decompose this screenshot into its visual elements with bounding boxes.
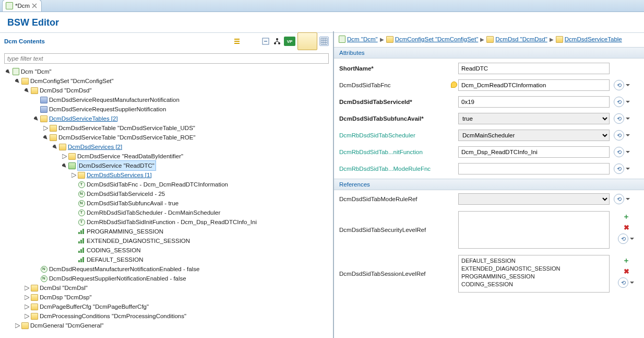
tree-item-svc-rdbi[interactable]: DcmDsdService "ReadDataByIdentifier" xyxy=(62,151,329,161)
tree-item-svc-readdtc[interactable]: DcmDsdService "ReadDTC" xyxy=(62,161,329,170)
reset-icon[interactable]: ⟲ xyxy=(614,164,624,174)
breadcrumb-link[interactable]: DcmDsd "DcmDsd" xyxy=(495,36,547,42)
tree-item-param[interactable]: NDcmDsdRequestSupplierNotificationEnable… xyxy=(33,274,329,283)
reset-icon[interactable]: ⟲ xyxy=(614,97,624,107)
tree-item-dsl[interactable]: DcmDsl "DcmDsl" xyxy=(24,283,329,293)
module-icon xyxy=(339,36,345,43)
breadcrumb-link[interactable]: DcmConfigSet "DcmConfigSet" xyxy=(395,36,479,42)
collapse-icon[interactable] xyxy=(24,295,29,300)
expand-icon[interactable] xyxy=(52,144,57,149)
tree-item-param[interactable]: TDcmRbDsdSidTabSidInitFunction - Dcm_Dsp… xyxy=(71,217,329,227)
expand-icon[interactable] xyxy=(62,163,67,168)
tree-item-dsd[interactable]: DcmDsd "DcmDsd" xyxy=(24,86,329,95)
tree-item-svc-table-roe[interactable]: DcmDsdServiceTable "DcmDsdServiceTable_R… xyxy=(43,133,329,142)
moderuleref-select[interactable] xyxy=(458,193,610,205)
chevron-down-icon[interactable] xyxy=(625,148,630,156)
tree-item-services[interactable]: DcmDsdServices [2] xyxy=(52,142,329,151)
form-view-icon[interactable] xyxy=(297,32,317,50)
tree-item-mfr-notif[interactable]: DcmDsdServiceRequestManufacturerNotifica… xyxy=(33,95,329,104)
delete-icon[interactable]: ✖ xyxy=(624,267,629,275)
breadcrumb-link[interactable]: DcmDsdServiceTable xyxy=(565,36,622,42)
tree-item-dsp[interactable]: DcmDsp "DcmDsp" xyxy=(24,293,329,302)
reset-icon[interactable]: ⟲ xyxy=(618,277,628,288)
sidtabfnc-input[interactable] xyxy=(458,79,610,91)
tree-item-service-tables[interactable]: DcmDsdServiceTables [2] xyxy=(33,114,329,123)
expand-icon[interactable] xyxy=(43,135,48,140)
tree-item-general[interactable]: DcmGeneral "DcmGeneral" xyxy=(15,321,329,330)
list-item[interactable]: PROGRAMMING_SESSION xyxy=(461,273,606,281)
list-item[interactable]: EXTENDED_DIAGNOSTIC_SESSION xyxy=(461,265,606,273)
close-icon[interactable] xyxy=(32,3,37,8)
folder-icon xyxy=(40,115,47,122)
reset-icon[interactable]: ⟲ xyxy=(614,80,624,90)
reset-icon[interactable]: ⟲ xyxy=(614,113,624,124)
tree-item-session[interactable]: CODING_SESSION xyxy=(71,246,329,255)
subfuncavail-select[interactable]: true xyxy=(458,113,610,124)
expand-icon[interactable] xyxy=(24,88,29,93)
initfunction-input[interactable] xyxy=(458,146,610,158)
session-icon xyxy=(78,257,85,262)
chevron-down-icon[interactable] xyxy=(625,81,630,89)
filter-input[interactable] xyxy=(4,53,329,64)
tree-item-subservices[interactable]: DcmDsdSubServices [1] xyxy=(71,170,329,180)
tree-item-param[interactable]: TDcmDsdSidTabFnc - Dcm_DcmReadDTCInforma… xyxy=(71,180,329,189)
tab-dcm[interactable]: *Dcm xyxy=(2,0,42,11)
serviceid-input[interactable] xyxy=(458,96,610,108)
collapse-icon[interactable] xyxy=(24,285,29,290)
moderulfnc-input[interactable] xyxy=(458,163,610,174)
tree-item-param[interactable]: TDcmRbDsdSidTabScheduler - DcmMainSchedu… xyxy=(71,208,329,217)
svg-rect-7 xyxy=(321,38,327,44)
chevron-down-icon[interactable] xyxy=(625,132,630,139)
tree-item-sup-notif[interactable]: DcmDsdServiceRequestSupplierNotification xyxy=(33,104,329,114)
securitylevelref-list[interactable] xyxy=(458,211,610,249)
collapse-icon[interactable] xyxy=(24,304,29,309)
chevron-down-icon[interactable] xyxy=(625,98,630,106)
shortname-input[interactable] xyxy=(458,63,610,74)
chevron-down-icon[interactable] xyxy=(629,235,635,242)
tree-item-svc-table-uds[interactable]: DcmDsdServiceTable "DcmDsdServiceTable_U… xyxy=(43,123,329,133)
breadcrumb-link[interactable]: Dcm "Dcm" xyxy=(347,36,378,42)
collapse-icon[interactable] xyxy=(43,125,48,131)
chevron-down-icon[interactable] xyxy=(625,195,630,203)
hierarchy-icon[interactable] xyxy=(272,37,282,46)
tree-item-proccond[interactable]: DcmProcessingConditions "DcmProcessingCo… xyxy=(24,311,329,321)
tree-item-pagebuf[interactable]: DcmPageBufferCfg "DcmPageBufferCfg" xyxy=(24,302,329,311)
label-moderuleref[interactable]: DcmDsdSidTabModeRuleRef xyxy=(339,196,454,202)
tree-item-dcm[interactable]: Dcm "Dcm" xyxy=(5,67,329,76)
reset-icon[interactable]: ⟲ xyxy=(614,147,624,157)
list-item[interactable]: DEFAULT_SESSION xyxy=(461,257,606,265)
chevron-down-icon[interactable] xyxy=(625,165,630,172)
table-view-icon[interactable] xyxy=(319,37,329,46)
expand-icon[interactable] xyxy=(33,116,39,121)
expand-icon[interactable] xyxy=(5,69,10,74)
reset-icon[interactable]: ⟲ xyxy=(618,234,628,244)
add-icon[interactable]: ＋ xyxy=(623,256,630,265)
delete-icon[interactable]: ✖ xyxy=(624,224,629,231)
chevron-down-icon[interactable] xyxy=(625,115,630,122)
tree-item-param[interactable]: NDcmDsdSidTabSubfuncAvail - true xyxy=(71,199,329,208)
hint-icon[interactable] xyxy=(451,81,457,88)
tree-item-param[interactable]: NDcmDsdSidTabServiceId - 25 xyxy=(71,189,329,199)
collapse-all-icon[interactable] xyxy=(261,37,270,46)
add-icon[interactable]: ＋ xyxy=(623,212,630,222)
reset-icon[interactable]: ⟲ xyxy=(614,130,624,141)
label-securitylevelref[interactable]: DcmDsdSidTabSecurityLevelRef xyxy=(339,227,454,233)
tree-item-session[interactable]: PROGRAMMING_SESSION xyxy=(71,227,329,236)
collapse-icon[interactable] xyxy=(62,154,67,159)
tree-item-cfgset[interactable]: DcmConfigSet "DcmConfigSet" xyxy=(15,76,329,86)
chevron-down-icon[interactable] xyxy=(629,279,635,286)
vp-res-icon[interactable]: VP xyxy=(284,37,295,46)
collapse-icon[interactable] xyxy=(71,172,76,178)
reset-icon[interactable]: ⟲ xyxy=(614,194,624,204)
label-sessionlevelref[interactable]: DcmDsdSidTabSessionLevelRef xyxy=(339,271,454,277)
tree-item-param[interactable]: NDcmDsdRequestManufacturerNotificationEn… xyxy=(33,264,329,274)
tree-item-session[interactable]: DEFAULT_SESSION xyxy=(71,255,329,264)
scheduler-select[interactable]: DcmMainScheduler xyxy=(458,130,610,141)
collapse-icon[interactable] xyxy=(15,323,20,328)
sessionlevelref-list[interactable]: DEFAULT_SESSION EXTENDED_DIAGNOSTIC_SESS… xyxy=(458,255,610,293)
list-item[interactable]: CODING_SESSION xyxy=(461,281,606,288)
tree-item-session[interactable]: EXTENDED_DIAGNOSTIC_SESSION xyxy=(71,236,329,246)
expand-icon[interactable] xyxy=(15,78,20,84)
references-title: References xyxy=(334,179,644,190)
collapse-icon[interactable] xyxy=(24,313,29,319)
